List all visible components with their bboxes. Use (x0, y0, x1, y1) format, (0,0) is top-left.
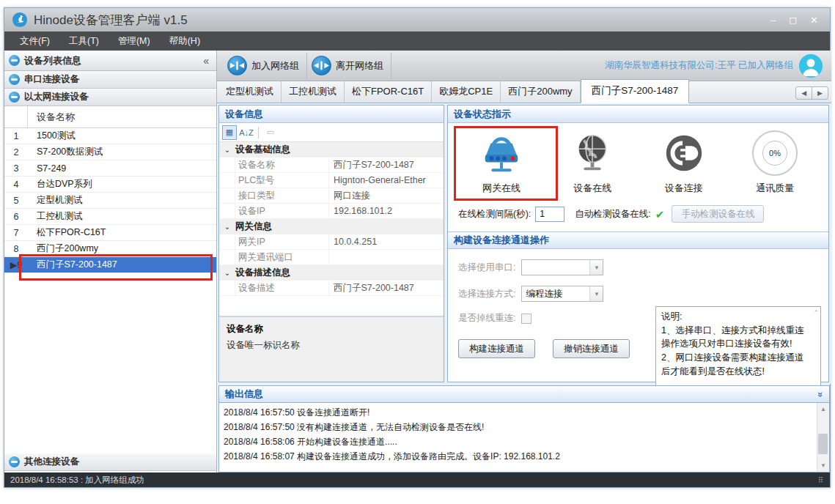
auto-detect-label: 自动检测设备在线: (575, 208, 650, 220)
output-collapse-icon[interactable]: » (815, 391, 826, 396)
device-row[interactable]: 6工控机测试 (4, 209, 216, 225)
tab-欧姆龙CP1E[interactable]: 欧姆龙CP1E (432, 81, 501, 103)
app-window: Hinode设备管理客户端 v1.5 – ◻ ✕ 文件(F)工具(T)管理(M)… (4, 7, 831, 488)
plug-icon (661, 130, 707, 176)
property-row[interactable]: 接口类型网口连接 (219, 188, 444, 204)
join-network-button[interactable]: 加入网络组 (223, 53, 307, 79)
device-row-index: 5 (4, 196, 28, 206)
tab-松下FPOR-C16T[interactable]: 松下FPOR-C16T (345, 81, 432, 103)
note-line: 说明: (661, 310, 809, 323)
property-grid: ⌄设备基础信息设备名称西门子S7-200-1487PLC型号Hignton-Ge… (219, 142, 444, 296)
menu-item-1[interactable]: 工具(T) (59, 32, 108, 51)
device-row[interactable]: 8西门子200wmy (4, 241, 216, 257)
property-category-label: 设备基础信息 (235, 144, 290, 156)
serial-devices-group[interactable]: 串口连接设备 (4, 71, 216, 89)
note-scroll-up-icon[interactable]: ⌃ (813, 308, 819, 318)
manual-detect-button[interactable]: 手动检测设备在线 (672, 205, 764, 223)
sidebar-header: 设备列表信息 « (4, 51, 216, 71)
account-status-text: 湖南华辰智通科技有限公司:王平 已加入网络组 (605, 59, 793, 72)
mode-dropdown-arrow-icon: ▼ (589, 286, 603, 301)
property-value: 西门子S7-200-1487 (329, 282, 444, 294)
ethernet-devices-group[interactable]: 以太网连接设备 (4, 89, 216, 106)
user-avatar[interactable] (799, 54, 823, 78)
device-row[interactable]: ▶9西门子S7-200-1487 (4, 257, 216, 273)
menu-item-0[interactable]: 文件(F) (10, 32, 59, 51)
other-devices-group[interactable]: 其他连接设备 (4, 453, 216, 471)
title-bar: Hinode设备管理客户端 v1.5 – ◻ ✕ (4, 8, 830, 32)
leave-network-button[interactable]: 离开网络组 (307, 53, 391, 79)
chevron-down-icon: ⌄ (219, 223, 235, 231)
device-online-label: 设备在线 (573, 182, 611, 195)
tab-工控机测试[interactable]: 工控机测试 (282, 81, 345, 103)
device-row[interactable]: 11500测试 (4, 128, 216, 144)
property-row[interactable]: 设备描述西门子S7-200-1487 (219, 281, 444, 296)
device-row-index: 2 (4, 147, 28, 158)
scroll-up-icon[interactable]: ▲ (820, 403, 826, 415)
property-value: 10.0.4.251 (329, 237, 444, 247)
categorized-view-icon[interactable]: ▦ (222, 125, 237, 140)
alphabetical-sort-icon[interactable]: A↓Z (239, 125, 254, 140)
device-row[interactable]: 5定型机测试 (4, 193, 216, 209)
property-row[interactable]: PLC型号Hignton-General-Ether (219, 173, 444, 188)
tab-定型机测试[interactable]: 定型机测试 (218, 81, 282, 103)
note-line: 2、网口连接设备需要构建连接通道后才能看到是否在线状态! (661, 351, 809, 377)
tab-scroll-left-button[interactable]: ◀ (796, 87, 812, 99)
status-bar-text: 2018/8/4 16:58:53 : 加入网络组成功 (10, 475, 144, 486)
revoke-channel-button[interactable]: 撤销连接通道 (553, 339, 630, 358)
serial-port-label: 选择使用串口: (458, 262, 515, 274)
device-table: 设备名称 11500测试2S7-200数据测试3S7-2494台达DVP系列5定… (4, 106, 216, 451)
main-region: 设备列表信息 « 串口连接设备 以太网连接设备 设备名称 11500测试2S7-… (4, 51, 831, 474)
device-row-name: 西门子S7-200-1487 (28, 259, 117, 271)
property-category[interactable]: ⌄网关信息 (219, 219, 444, 234)
selected-property-description: 设备唯一标识名称 (227, 339, 436, 352)
chevron-down-icon: ⌄ (219, 146, 235, 154)
log-line: 2018/8/4 16:58:07 构建设备连接通道成功，添加设备路由完成。设备… (224, 449, 825, 464)
log-line: 2018/8/4 16:57:50 设备连接通道断开! (224, 405, 825, 420)
property-value: Hignton-General-Ether (329, 175, 444, 185)
property-row[interactable]: 设备名称西门子S7-200-1487 (219, 158, 444, 173)
tab-西门子200wmy[interactable]: 西门子200wmy (501, 81, 580, 103)
connect-mode-select[interactable]: 编程连接 ▼ (521, 286, 603, 302)
tab-scroll-right-button[interactable]: ▶ (812, 87, 828, 99)
serial-port-select[interactable]: ▼ (521, 259, 603, 275)
device-row-index: 8 (4, 244, 28, 254)
property-category-label: 网关信息 (235, 220, 272, 233)
device-connect-indicator: 设备连接 (641, 130, 727, 195)
serial-dropdown-arrow-icon: ▼ (589, 260, 603, 275)
device-row-name: S7-249 (28, 163, 66, 174)
right-area: 加入网络组 离开网络组 湖南华辰智通科技有限公司:王平 已加入网络组 定型机测试… (217, 51, 831, 474)
property-category-label: 设备描述信息 (235, 267, 290, 279)
tab-scroll-buttons: ◀ ▶ (795, 86, 828, 100)
auto-detect-checkbox[interactable]: ✔ (655, 209, 665, 220)
device-row[interactable]: 3S7-249 (4, 160, 216, 177)
device-row[interactable]: 2S7-200数据测试 (4, 144, 216, 160)
interval-input[interactable] (535, 207, 564, 222)
scroll-down-icon[interactable]: ▼ (820, 459, 826, 472)
device-row-name: 定型机测试 (28, 194, 83, 207)
menu-item-3[interactable]: 帮助(H) (160, 32, 210, 51)
build-channel-button[interactable]: 构建连接通道 (458, 339, 535, 358)
sidebar-collapse-button[interactable]: « (200, 55, 212, 67)
tab-西门子S7-200-1487[interactable]: 西门子S7-200-1487 (581, 79, 690, 103)
property-row[interactable]: 设备IP192.168.101.2 (219, 204, 444, 219)
device-row-name: 松下FPOR-C16T (28, 226, 106, 239)
resize-grip-icon[interactable]: ⠿ (818, 476, 824, 484)
property-category[interactable]: ⌄设备描述信息 (219, 265, 444, 281)
property-row[interactable]: 网关IP10.0.4.251 (219, 234, 444, 250)
device-tab-strip: 定型机测试工控机测试松下FPOR-C16T欧姆龙CP1E西门子200wmy西门子… (217, 81, 831, 103)
device-row[interactable]: 7松下FPOR-C16T (4, 225, 216, 241)
device-row[interactable]: 4台达DVP系列 (4, 177, 216, 193)
other-group-icon (9, 456, 20, 467)
menu-item-2[interactable]: 管理(M) (108, 32, 160, 51)
scrollbar-thumb[interactable] (818, 434, 828, 454)
selected-property-name: 设备名称 (227, 323, 436, 336)
close-button[interactable]: ✕ (810, 15, 818, 25)
property-category[interactable]: ⌄设备基础信息 (219, 142, 444, 158)
device-row-name: 1500测试 (28, 130, 76, 142)
property-row[interactable]: 网关通讯端口 (219, 250, 444, 265)
maximize-button[interactable]: ◻ (789, 15, 797, 25)
property-value: 网口连接 (329, 190, 444, 202)
device-list: 11500测试2S7-200数据测试3S7-2494台达DVP系列5定型机测试6… (4, 128, 216, 273)
minimize-button[interactable]: – (770, 15, 776, 25)
reconnect-checkbox[interactable] (521, 314, 531, 324)
